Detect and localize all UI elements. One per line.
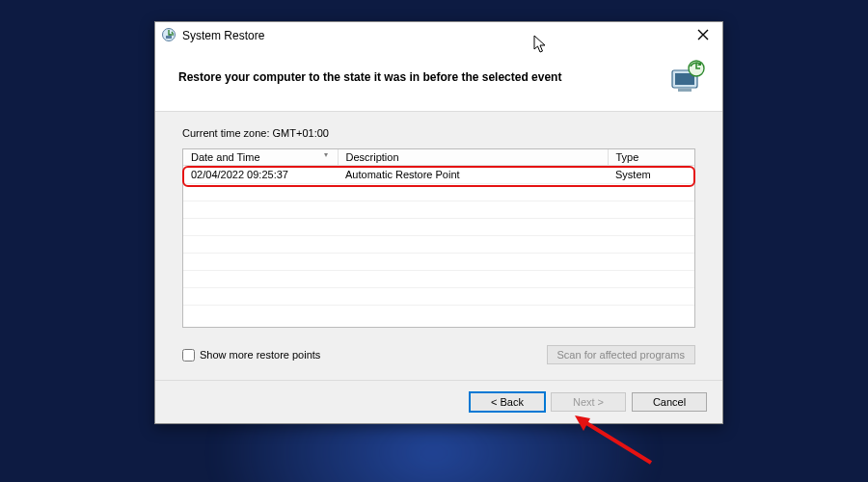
svg-rect-1 (166, 36, 172, 39)
svg-rect-4 (678, 89, 692, 92)
table-row-empty (183, 271, 694, 288)
scan-affected-button[interactable]: Scan for affected programs (547, 345, 695, 364)
cell-type: System (608, 166, 694, 184)
table-row-empty (183, 254, 694, 271)
table-row-empty (183, 201, 694, 219)
col-datetime-label: Date and Time (191, 151, 260, 163)
show-more-text: Show more restore points (200, 349, 320, 361)
col-type-label: Type (616, 151, 639, 163)
col-description-label: Description (346, 151, 399, 163)
show-more-checkbox[interactable] (182, 349, 195, 362)
dialog-body: Current time zone: GMT+01:00 Date and Ti… (155, 112, 722, 380)
below-table-row: Show more restore points Scan for affect… (182, 345, 695, 364)
cancel-button[interactable]: Cancel (632, 392, 707, 412)
table-row-empty (183, 184, 694, 201)
dialog-footer: < Back Next > Cancel (155, 380, 722, 423)
restore-large-icon (666, 57, 707, 97)
header-bar: Restore your computer to the state it wa… (155, 49, 722, 112)
restore-icon (161, 27, 176, 45)
timezone-label: Current time zone: GMT+01:00 (182, 127, 695, 139)
restore-points-table-container: Date and Time ▾ Description Type 02/04/2… (182, 148, 695, 328)
titlebar: System Restore (155, 22, 722, 49)
cell-datetime: 02/04/2022 09:25:37 (183, 166, 338, 184)
col-type[interactable]: Type (608, 149, 694, 166)
back-button[interactable]: < Back (470, 392, 545, 412)
table-row-empty (183, 219, 694, 236)
table-row[interactable]: 02/04/2022 09:25:37 Automatic Restore Po… (183, 166, 694, 184)
table-row-empty (183, 288, 694, 306)
table-row-empty (183, 236, 694, 254)
sort-indicator-icon: ▾ (324, 150, 328, 159)
headline: Restore your computer to the state it wa… (178, 70, 657, 84)
restore-points-table[interactable]: Date and Time ▾ Description Type 02/04/2… (183, 149, 694, 306)
show-more-checkbox-label[interactable]: Show more restore points (182, 349, 320, 362)
close-icon[interactable] (692, 26, 715, 45)
next-button[interactable]: Next > (551, 392, 626, 412)
col-datetime[interactable]: Date and Time ▾ (183, 149, 338, 166)
window-title: System Restore (182, 29, 264, 42)
col-description[interactable]: Description (338, 149, 608, 166)
system-restore-dialog: System Restore Restore your computer to … (154, 21, 723, 424)
cell-description: Automatic Restore Point (338, 166, 608, 184)
